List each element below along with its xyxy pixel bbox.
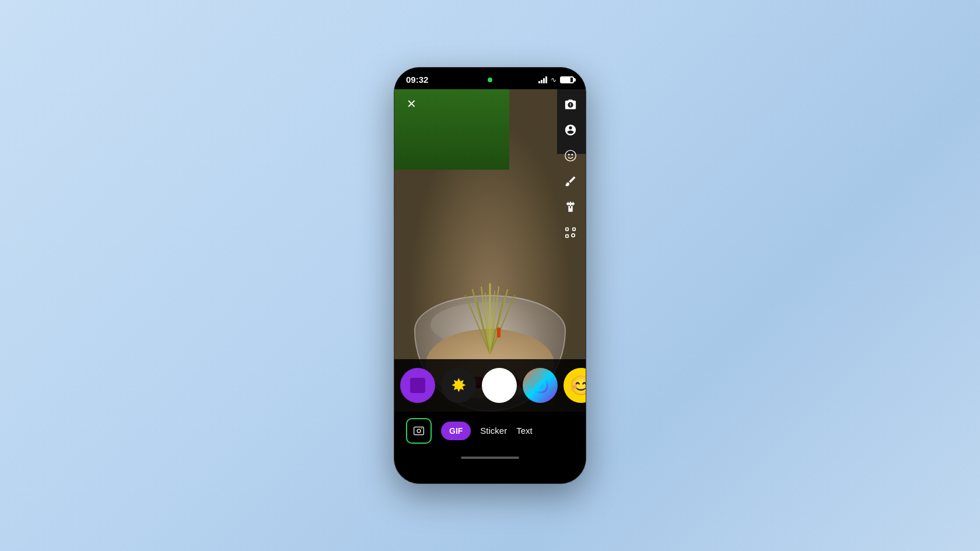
camera-view: ✕ <box>394 89 586 412</box>
svg-rect-16 <box>566 228 569 231</box>
svg-rect-21 <box>414 427 424 434</box>
camera-flip-icon[interactable] <box>561 95 580 114</box>
svg-rect-17 <box>573 228 576 231</box>
svg-point-23 <box>421 428 422 429</box>
svg-point-14 <box>568 154 570 156</box>
wifi-icon: ∿ <box>551 76 556 84</box>
plant <box>461 281 519 359</box>
status-bar: 09:32 ∿ <box>394 68 586 89</box>
gif-tab[interactable]: GIF <box>441 422 471 440</box>
star-sticker[interactable]: ✸ <box>441 368 476 403</box>
text-tab[interactable]: Text <box>516 426 533 436</box>
status-icons: ∿ <box>538 76 574 84</box>
close-icon: ✕ <box>407 98 416 110</box>
home-bar <box>461 457 519 459</box>
bottom-toolbar: GIF Sticker Text <box>394 412 586 450</box>
svg-point-22 <box>417 429 421 433</box>
right-toolbar <box>561 95 580 242</box>
brush-icon[interactable] <box>561 172 580 191</box>
white-circle-sticker[interactable] <box>482 368 517 403</box>
sticker-strip: ✸ 😊 <box>394 359 586 412</box>
smiley-sticker[interactable]: 😊 <box>564 368 586 403</box>
status-dot <box>488 78 492 82</box>
status-time: 09:32 <box>406 75 428 85</box>
scan-icon[interactable] <box>561 223 580 242</box>
svg-point-12 <box>497 328 501 332</box>
home-indicator <box>394 450 586 466</box>
face-mask-icon[interactable] <box>561 121 580 139</box>
svg-rect-20 <box>410 378 425 393</box>
svg-point-19 <box>572 234 575 237</box>
purple-square-sticker[interactable] <box>400 368 435 403</box>
svg-rect-18 <box>566 235 569 238</box>
swirl-sticker[interactable] <box>523 368 558 403</box>
sticker-tab[interactable]: Sticker <box>480 426 507 436</box>
phone-frame: 09:32 ∿ <box>394 67 586 484</box>
shirt-icon[interactable] <box>561 198 580 216</box>
svg-rect-11 <box>497 331 501 338</box>
photo-tab[interactable] <box>406 418 432 444</box>
battery-icon <box>560 76 574 83</box>
close-button[interactable]: ✕ <box>402 95 420 113</box>
face-effect-icon[interactable] <box>561 146 580 165</box>
signal-bars-icon <box>538 76 547 83</box>
svg-point-15 <box>571 154 573 156</box>
svg-point-13 <box>565 150 576 161</box>
